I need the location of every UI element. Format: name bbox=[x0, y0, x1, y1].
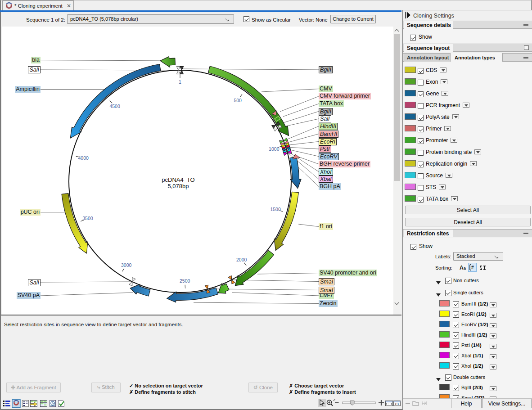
svg-text:1000: 1000 bbox=[269, 146, 280, 152]
svg-text:2500: 2500 bbox=[180, 278, 190, 284]
svg-text:#: # bbox=[471, 265, 474, 270]
svg-text:pcDNA4_TO: pcDNA4_TO bbox=[162, 176, 194, 183]
svg-text:500: 500 bbox=[234, 98, 242, 103]
svg-text:1:1: 1:1 bbox=[395, 402, 399, 406]
svg-text:4500: 4500 bbox=[109, 104, 120, 109]
svg-text:1: 1 bbox=[179, 79, 181, 85]
svg-text:2000: 2000 bbox=[236, 257, 247, 262]
svg-text:5,078bp: 5,078bp bbox=[168, 183, 189, 189]
svg-text:4000: 4000 bbox=[78, 155, 89, 161]
svg-text:3000: 3000 bbox=[121, 262, 132, 268]
svg-text:3500: 3500 bbox=[82, 216, 93, 221]
svg-text:1500: 1500 bbox=[270, 207, 281, 212]
